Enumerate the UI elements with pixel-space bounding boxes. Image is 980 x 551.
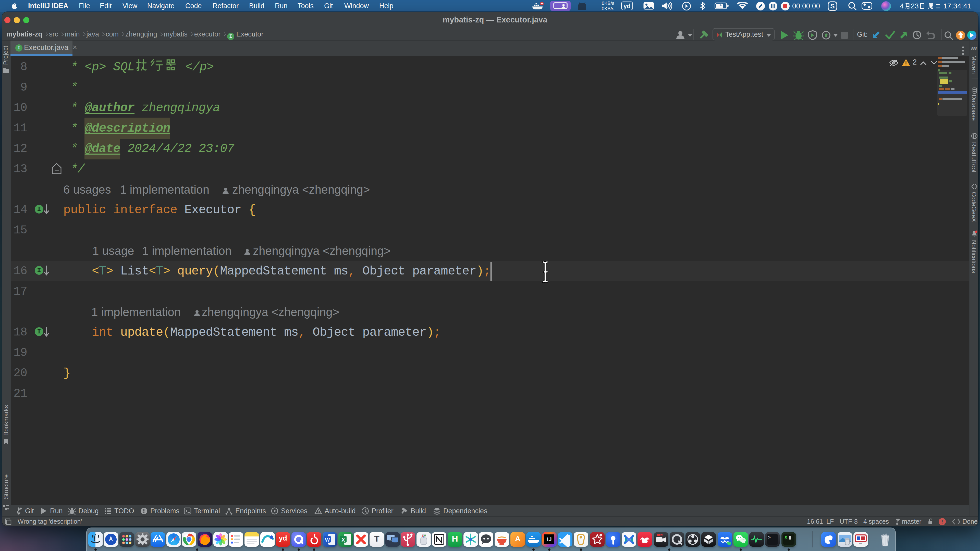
svg-text:X: X — [342, 537, 345, 543]
svg-text:>_: >_ — [768, 535, 773, 540]
svg-text:REC: REC — [657, 534, 662, 537]
svg-text:$: $ — [784, 535, 788, 540]
svg-text:S: S — [830, 2, 835, 10]
svg-text:W: W — [325, 537, 330, 543]
